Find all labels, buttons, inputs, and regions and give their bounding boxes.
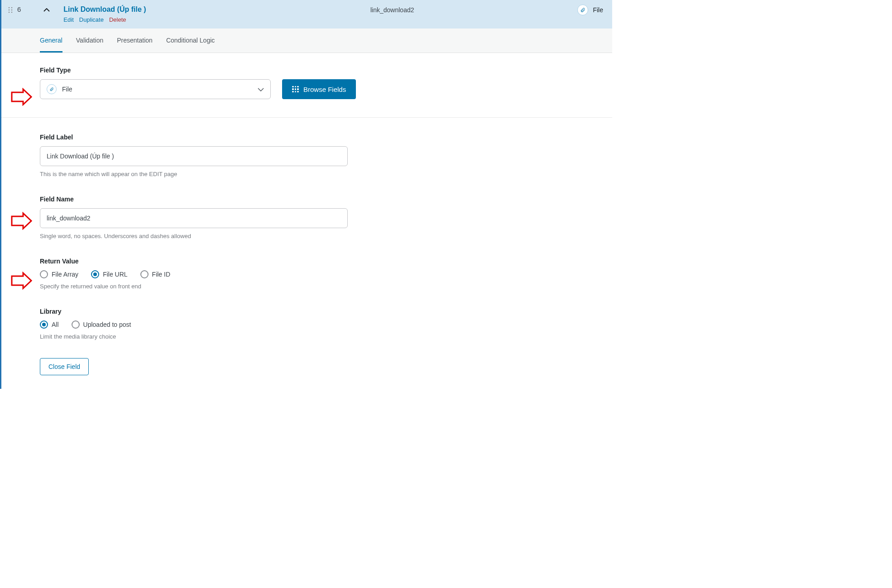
library-label: Library [40, 308, 574, 315]
svg-point-1 [11, 7, 13, 9]
field-name-input[interactable] [40, 208, 348, 228]
field-order-number: 6 [17, 5, 21, 13]
radio-label: All [52, 321, 59, 328]
svg-point-2 [9, 10, 10, 11]
radio-library-uploaded[interactable]: Uploaded to post [72, 320, 131, 329]
arrow-annotation-icon [10, 212, 32, 230]
radio-file-url[interactable]: File URL [91, 270, 127, 278]
tab-presentation[interactable]: Presentation [117, 29, 153, 53]
close-field-button[interactable]: Close Field [40, 358, 89, 375]
return-value-label: Return Value [40, 258, 574, 265]
field-label-input[interactable] [40, 146, 348, 166]
radio-icon [140, 270, 149, 278]
drag-handle-icon[interactable] [8, 5, 13, 14]
field-label-hint: This is the name which will appear on th… [40, 171, 574, 177]
svg-point-3 [11, 10, 13, 11]
svg-point-4 [9, 12, 10, 13]
browse-fields-button[interactable]: Browse Fields [282, 79, 356, 99]
field-title[interactable]: Link Download (Úp file ) [63, 5, 146, 14]
header-field-name: link_download2 [370, 6, 414, 14]
radio-label: File ID [152, 271, 170, 278]
chevron-down-icon [258, 86, 264, 93]
radio-file-array[interactable]: File Array [40, 270, 78, 278]
radio-icon [91, 270, 99, 278]
field-name-hint: Single word, no spaces. Underscores and … [40, 233, 574, 239]
tab-validation[interactable]: Validation [76, 29, 103, 53]
radio-icon [72, 320, 80, 329]
radio-label: File Array [52, 271, 78, 278]
return-value-hint: Specify the returned value on front end [40, 283, 574, 290]
attachment-icon [577, 5, 588, 15]
field-type-label: Field Type [40, 67, 574, 74]
header-type-label: File [593, 6, 603, 14]
field-type-select[interactable]: File [40, 79, 271, 99]
tab-conditional-logic[interactable]: Conditional Logic [166, 29, 215, 53]
delete-action[interactable]: Delete [109, 16, 126, 23]
field-label-label: Field Label [40, 134, 574, 141]
tab-general[interactable]: General [40, 29, 62, 53]
radio-label: Uploaded to post [83, 321, 131, 328]
arrow-annotation-icon [10, 272, 32, 290]
browse-button-label: Browse Fields [303, 86, 346, 93]
radio-file-id[interactable]: File ID [140, 270, 170, 278]
radio-label: File URL [103, 271, 127, 278]
duplicate-action[interactable]: Duplicate [79, 16, 104, 23]
arrow-annotation-icon [10, 88, 32, 106]
grid-icon [292, 86, 299, 93]
field-type-value: File [62, 86, 72, 93]
header-field-type: File [577, 5, 603, 15]
field-header: 6 Link Download (Úp file ) Edit Duplicat… [1, 0, 612, 29]
svg-point-5 [11, 12, 13, 13]
edit-action[interactable]: Edit [63, 16, 73, 23]
radio-icon [40, 320, 48, 329]
tabs: General Validation Presentation Conditio… [1, 29, 612, 53]
radio-library-all[interactable]: All [40, 320, 59, 329]
collapse-icon[interactable] [43, 5, 50, 14]
svg-point-0 [9, 7, 10, 9]
radio-icon [40, 270, 48, 278]
attachment-icon [47, 84, 57, 94]
field-name-label: Field Name [40, 196, 574, 203]
library-hint: Limit the media library choice [40, 333, 574, 340]
